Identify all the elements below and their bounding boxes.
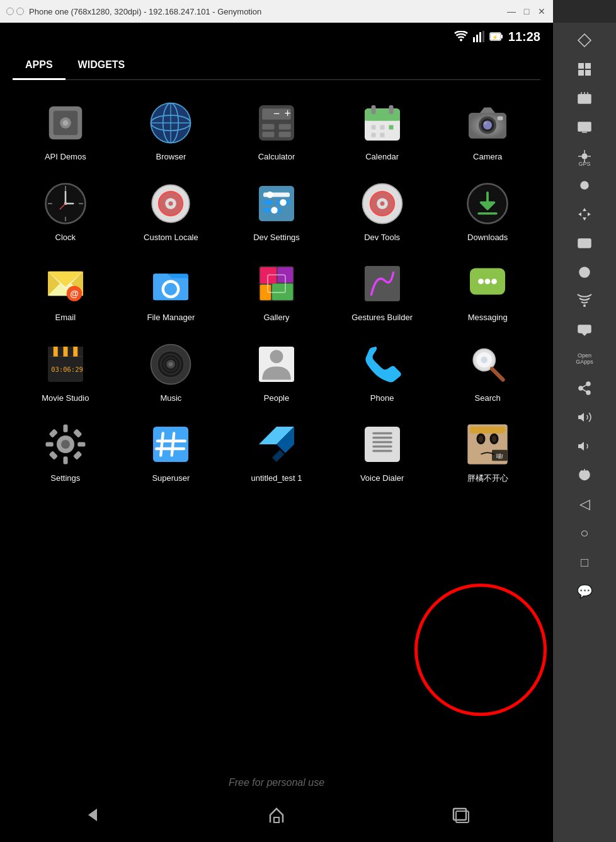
app-untitled-test[interactable]: untitled_test 1 <box>224 414 329 488</box>
app-api-demos-label: API Demos <box>45 152 86 162</box>
close-button[interactable]: ✕ <box>537 6 547 16</box>
app-settings[interactable]: Settings <box>13 414 118 488</box>
app-custom-label: 胖橘不开心 <box>467 473 508 483</box>
sidebar-btn-power[interactable] <box>559 461 610 489</box>
app-music[interactable]: Music <box>118 334 224 408</box>
sidebar-btn-clapper[interactable] <box>559 84 610 112</box>
sidebar-btn-display[interactable] <box>559 113 610 141</box>
app-voice-dialer-label: Voice Dialer <box>360 473 404 483</box>
recents-button[interactable] <box>440 800 482 834</box>
bottom-nav[interactable] <box>0 792 553 842</box>
window-controls[interactable]: — □ ✕ <box>506 6 547 16</box>
svg-text:⚡: ⚡ <box>492 34 498 40</box>
svg-rect-161 <box>63 457 67 464</box>
maximize-button[interactable]: □ <box>522 6 532 16</box>
svg-marker-35 <box>578 442 584 451</box>
sidebar-btn-signal[interactable] <box>559 287 610 315</box>
svg-rect-60 <box>278 124 290 130</box>
sidebar-btn-recents2[interactable]: □ <box>559 548 610 576</box>
app-camera[interactable]: Camera <box>435 93 540 167</box>
right-sidebar: GPS OpenGApps ◁ ○ □ 💬 <box>553 23 616 842</box>
app-browser[interactable]: Browser <box>118 93 224 167</box>
signal-icon <box>473 31 484 42</box>
sidebar-btn-chat[interactable] <box>559 316 610 344</box>
sidebar-btn-grid[interactable] <box>559 55 610 83</box>
tab-widgets[interactable]: WIDGETS <box>66 50 138 79</box>
app-drawer: APPS WIDGETS API Demos <box>0 50 553 495</box>
app-calculator[interactable]: + − Calculator <box>224 93 329 167</box>
svg-rect-189 <box>470 427 505 434</box>
sidebar-btn-camera2[interactable] <box>559 171 610 199</box>
app-untitled-test-label: untitled_test 1 <box>251 473 302 483</box>
svg-line-33 <box>583 385 587 388</box>
svg-point-159 <box>61 440 70 449</box>
svg-point-157 <box>481 357 488 364</box>
svg-rect-177 <box>365 427 400 462</box>
sidebar-btn-back[interactable]: ◁ <box>559 490 610 518</box>
app-search-label: Search <box>475 393 501 403</box>
minimize-button[interactable]: — <box>506 6 516 16</box>
home-button[interactable] <box>255 800 298 834</box>
app-dev-settings[interactable]: Dev Settings <box>224 173 329 248</box>
sidebar-btn-move[interactable] <box>559 200 610 228</box>
tab-apps[interactable]: APPS <box>13 50 66 79</box>
sidebar-btn-home2[interactable]: ○ <box>559 519 610 547</box>
sidebar-btn-volume-up[interactable] <box>559 403 610 431</box>
app-music-label: Music <box>160 393 181 403</box>
back-button[interactable] <box>71 800 113 834</box>
svg-rect-61 <box>262 132 274 137</box>
sidebar-btn-gps[interactable]: GPS <box>559 142 610 170</box>
app-phone[interactable]: Phone <box>329 334 435 408</box>
svg-rect-39 <box>479 32 481 42</box>
sidebar-btn-volume-down[interactable] <box>559 432 610 460</box>
app-file-manager[interactable]: File Manager <box>118 253 224 328</box>
sidebar-btn-opengapps[interactable]: OpenGApps <box>559 345 610 373</box>
svg-rect-42 <box>501 35 503 38</box>
svg-point-187 <box>479 435 483 442</box>
svg-rect-140 <box>58 347 64 357</box>
app-calendar[interactable]: Calendar <box>329 93 435 167</box>
svg-rect-178 <box>372 432 392 435</box>
app-gallery[interactable]: Gallery <box>224 253 329 328</box>
svg-point-29 <box>586 382 590 386</box>
app-movie-studio[interactable]: 03:06:29 Movie Studio <box>13 334 118 408</box>
svg-rect-3 <box>578 70 584 76</box>
svg-rect-180 <box>372 441 392 444</box>
sidebar-btn-msg[interactable]: 💬 <box>559 577 610 605</box>
sidebar-btn-rotate[interactable] <box>559 258 610 286</box>
app-clock[interactable]: Clock <box>13 173 118 248</box>
sidebar-btn-diamond[interactable] <box>559 26 610 54</box>
app-superuser[interactable]: Superuser <box>118 414 224 488</box>
app-voice-dialer[interactable]: Voice Dialer <box>329 414 435 488</box>
app-api-demos[interactable]: API Demos <box>13 93 118 167</box>
svg-rect-72 <box>380 133 384 137</box>
svg-point-12 <box>582 154 587 159</box>
svg-rect-68 <box>371 125 375 130</box>
svg-rect-160 <box>63 425 67 432</box>
app-dev-tools[interactable]: Dev Tools <box>329 173 435 248</box>
app-custom[interactable]: 喵! 胖橘不开心 <box>435 414 540 488</box>
svg-point-27 <box>583 304 586 307</box>
tabs[interactable]: APPS WIDGETS <box>13 50 540 80</box>
svg-point-36 <box>460 39 462 42</box>
app-email[interactable]: @ Email <box>13 253 118 328</box>
sidebar-btn-id[interactable] <box>559 229 610 257</box>
svg-point-103 <box>271 207 278 214</box>
app-messaging[interactable]: Messaging <box>435 253 540 328</box>
app-search[interactable]: Search <box>435 334 540 408</box>
app-email-label: Email <box>55 313 76 323</box>
app-gallery-label: Gallery <box>263 313 289 323</box>
app-downloads[interactable]: Downloads <box>435 173 540 248</box>
dot-2 <box>16 8 24 15</box>
svg-marker-20 <box>583 217 586 221</box>
svg-point-108 <box>380 201 384 205</box>
app-phone-label: Phone <box>370 393 394 403</box>
svg-rect-141 <box>67 347 73 357</box>
svg-point-133 <box>478 279 484 284</box>
app-people[interactable]: People <box>224 334 329 408</box>
svg-rect-2 <box>585 63 591 69</box>
svg-rect-1 <box>578 63 584 69</box>
app-gestures-builder[interactable]: Gestures Builder <box>329 253 435 328</box>
app-custom-locale[interactable]: Custom Locale <box>118 173 224 248</box>
sidebar-btn-share[interactable] <box>559 374 610 402</box>
